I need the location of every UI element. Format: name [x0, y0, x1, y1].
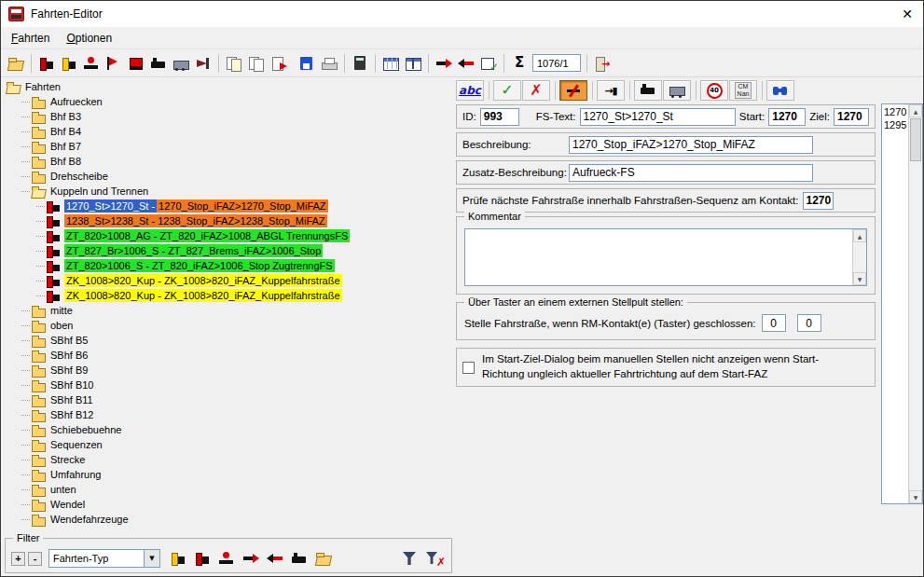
- record-route-button[interactable]: [80, 52, 103, 75]
- print-button[interactable]: [318, 52, 340, 75]
- search-button[interactable]: [766, 80, 794, 101]
- fs-text-field[interactable]: 1270_St>1270_St: [580, 108, 736, 126]
- copy-route-button[interactable]: [223, 52, 245, 75]
- filter-clear-button[interactable]: [423, 547, 446, 570]
- pruefe-kontakt-field[interactable]: 1270: [803, 192, 834, 210]
- unit-cm-nan-button[interactable]: CMNan: [729, 80, 757, 101]
- scrollbar-track[interactable]: [909, 117, 922, 490]
- id-field[interactable]: 993: [480, 108, 519, 126]
- rm-kontakt-field-2[interactable]: 0: [797, 314, 821, 332]
- tree-folder-bhf-b7[interactable]: Bhf B7: [5, 139, 452, 154]
- rm-kontakt-field-1[interactable]: 0: [762, 314, 786, 332]
- tree-folder-drehscheibe[interactable]: Drehscheibe: [5, 169, 452, 184]
- shunt-right-button[interactable]: [455, 52, 477, 75]
- tree-folder-schiebebuehne[interactable]: Schiebebuehne: [5, 422, 452, 437]
- stop-at-target-button[interactable]: →▮: [597, 80, 625, 101]
- tree-folder-wendefahrzeuge[interactable]: Wendefahrzeuge: [5, 512, 452, 527]
- menu-fahrten[interactable]: Fahrten: [5, 29, 56, 48]
- tree-folder-wendel[interactable]: Wendel: [5, 497, 452, 512]
- loco-route-button[interactable]: [147, 52, 170, 75]
- tree-route-item[interactable]: 1238_St>1238_St - 1238_Stop_iFAZ>1238_St…: [5, 213, 452, 228]
- ziel-field[interactable]: 1270: [834, 108, 869, 126]
- tree-folder-sequenzen[interactable]: Sequenzen: [5, 437, 452, 452]
- filter-type-loco-button[interactable]: [288, 547, 310, 570]
- kontakt-list[interactable]: 12701295 ▲ ▼: [881, 103, 923, 504]
- table-split-view-button[interactable]: [402, 52, 424, 75]
- filter-folder-button[interactable]: [312, 547, 335, 570]
- filter-type-shunt-left-button[interactable]: [240, 547, 262, 570]
- tree-folder-unten[interactable]: unten: [5, 482, 452, 497]
- horn-route-button[interactable]: [192, 52, 214, 75]
- cancel-button[interactable]: ✗: [522, 80, 550, 101]
- tree-folder-bhf-b3[interactable]: Bhf B3: [5, 109, 452, 124]
- tree-route-item[interactable]: ZK_1008>820_Kup - ZK_1008>820_iFAZ_Kuppe…: [5, 288, 452, 303]
- tree-folder-sbhf-b10[interactable]: SBhf B10: [5, 378, 452, 392]
- scrollbar-thumb[interactable]: [910, 118, 921, 161]
- tree-folder-sbhf-b5[interactable]: SBhf B5: [5, 333, 452, 348]
- import-route-button[interactable]: [268, 52, 290, 75]
- scroll-up-icon[interactable]: ▲: [909, 104, 922, 117]
- tree-folder-sbhf-b9[interactable]: SBhf B9: [5, 363, 452, 378]
- table-view-button[interactable]: [379, 52, 402, 75]
- start-field[interactable]: 1270: [768, 108, 806, 126]
- scroll-up-icon[interactable]: ▲: [853, 229, 866, 242]
- filter-type-shunt-right-button[interactable]: [264, 547, 286, 570]
- tree-folder-umfahrung[interactable]: Umfahrung: [5, 467, 452, 482]
- kontakt-list-item[interactable]: 1295: [884, 118, 907, 131]
- filter-type-record-button[interactable]: [215, 547, 238, 570]
- tree-route-item[interactable]: ZT_827_Br>1006_S - ZT_827_Brems_iFAZ>100…: [5, 243, 452, 258]
- scroll-down-icon[interactable]: ▼: [909, 490, 922, 503]
- start-ziel-checkbox[interactable]: [462, 362, 475, 374]
- kommentar-scrollbar[interactable]: ▲ ▼: [852, 229, 866, 285]
- tree-folder-strecke[interactable]: Strecke: [5, 452, 452, 467]
- save-button[interactable]: [296, 52, 318, 75]
- wagon-button[interactable]: [663, 80, 691, 101]
- tree-folder-fahrten[interactable]: Fahrten: [5, 79, 452, 94]
- wagon-route-button[interactable]: [170, 52, 192, 75]
- tree-route-item[interactable]: 1270_St>1270_St - 1270_Stop_iFAZ>1270_St…: [5, 199, 452, 213]
- tree-folder-oben[interactable]: oben: [5, 318, 452, 333]
- menu-optionen[interactable]: Optionen: [60, 29, 118, 48]
- filter-apply-button[interactable]: [399, 547, 421, 570]
- shunt-left-button[interactable]: [433, 52, 455, 75]
- tree-folder-sbhf-b6[interactable]: SBhf B6: [5, 348, 452, 363]
- tree-folder-bhf-b4[interactable]: Bhf B4: [5, 124, 452, 139]
- tree-folder-mitte[interactable]: mitte: [5, 303, 452, 318]
- confirm-button[interactable]: ✓: [493, 80, 521, 101]
- calculator-button[interactable]: [349, 52, 371, 75]
- dropdown-arrow-icon[interactable]: ▼: [144, 550, 159, 567]
- kontakt-list-item[interactable]: 1270: [884, 105, 907, 118]
- kontakt-scrollbar[interactable]: ▲ ▼: [908, 104, 922, 503]
- block-route-button[interactable]: [559, 80, 587, 101]
- paste-route-button[interactable]: [245, 52, 268, 75]
- tree-route-item[interactable]: ZT_820>1006_S - ZT_820_iFAZ>1006_Stop Zu…: [5, 258, 452, 273]
- speed-limit-button[interactable]: 40: [700, 80, 728, 101]
- tree-folder-bhf-b8[interactable]: Bhf B8: [5, 154, 452, 169]
- signal-route-button[interactable]: [103, 52, 125, 75]
- filter-type-select[interactable]: Fahrten-Typ ▼: [48, 549, 160, 568]
- filter-add-button[interactable]: +: [11, 552, 25, 566]
- tree-folder-sbhf-b11[interactable]: SBhf B11: [5, 392, 452, 407]
- close-button[interactable]: ✕: [891, 1, 923, 27]
- locomotive-button[interactable]: [634, 80, 662, 101]
- tree-folder-kuppeln-und-trennen[interactable]: Kuppeln und Trennen: [5, 184, 452, 199]
- flag-route-button[interactable]: [125, 52, 147, 75]
- exit-button[interactable]: [591, 52, 614, 75]
- scroll-down-icon[interactable]: ▼: [853, 272, 866, 285]
- filter-type-yellow-button[interactable]: [167, 547, 189, 570]
- check-grid-button[interactable]: [477, 52, 500, 75]
- edit-route-button[interactable]: [58, 52, 80, 75]
- beschreibung-field[interactable]: 1270_Stop_iFAZ>1270_Stop_MiFAZ: [569, 136, 813, 154]
- new-route-button[interactable]: [35, 52, 58, 75]
- sigma-button[interactable]: Σ: [508, 52, 531, 75]
- tree-folder-aufruecken[interactable]: Aufruecken: [5, 94, 452, 109]
- kommentar-textarea[interactable]: ▲ ▼: [464, 228, 867, 286]
- zusatz-beschreibung-field[interactable]: Aufrueck-FS: [569, 164, 813, 182]
- open-folder-button[interactable]: [5, 52, 27, 75]
- text-format-button[interactable]: abc: [456, 80, 484, 101]
- tree-folder-sbhf-b12[interactable]: SBhf B12: [5, 407, 452, 422]
- tree-route-item[interactable]: ZK_1008>820_Kup - ZK_1008>820_iFAZ_Kuppe…: [5, 273, 452, 288]
- filter-type-red-button[interactable]: [191, 547, 214, 570]
- tree-route-item[interactable]: ZT_820>1008_AG - ZT_820_iFAZ>1008_ABGL T…: [5, 228, 452, 243]
- filter-remove-button[interactable]: -: [28, 552, 42, 566]
